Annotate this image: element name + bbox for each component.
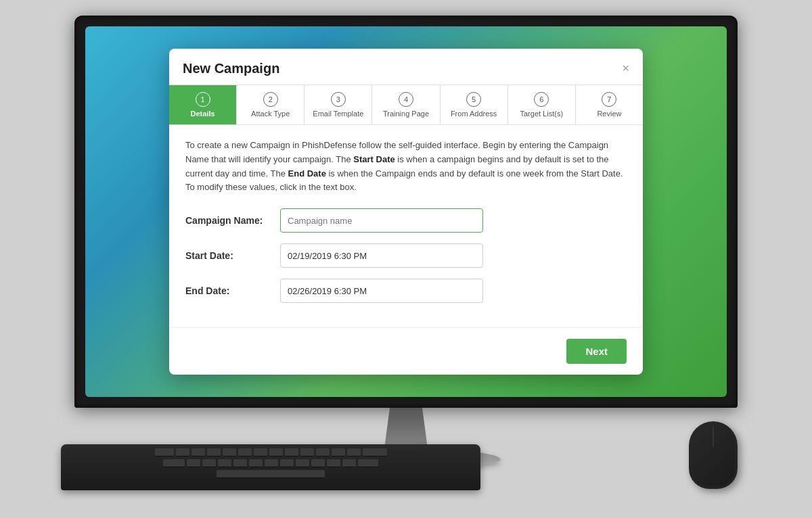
modal-footer: Next <box>169 327 643 375</box>
end-date-input[interactable] <box>280 279 483 303</box>
key <box>347 448 361 456</box>
key <box>280 459 294 467</box>
step-5-label: From Address <box>451 110 497 118</box>
key <box>249 459 263 467</box>
key <box>223 448 236 456</box>
start-date-input[interactable] <box>280 243 483 268</box>
key <box>358 459 378 467</box>
step-4-number: 4 <box>399 92 413 107</box>
step-target-lists[interactable]: 6 Target List(s) <box>508 85 576 124</box>
start-date-label: Start Date: <box>185 250 280 261</box>
key <box>163 459 185 467</box>
campaign-name-input[interactable] <box>280 208 483 233</box>
modal-body: To create a new Campaign in PhishDefense… <box>169 125 643 327</box>
key <box>238 448 252 456</box>
key <box>191 448 205 456</box>
step-from-address[interactable]: 5 From Address <box>441 85 508 124</box>
description-text: To create a new Campaign in PhishDefense… <box>185 139 627 195</box>
key <box>269 448 283 456</box>
step-email-template[interactable]: 3 Email Template <box>304 85 372 124</box>
step-5-number: 5 <box>466 92 481 107</box>
end-date-row: End Date: <box>185 279 627 303</box>
step-6-number: 6 <box>534 92 549 107</box>
key <box>332 448 345 456</box>
end-date-label: End Date: <box>185 285 280 296</box>
key <box>207 448 221 456</box>
spacebar-key <box>217 470 325 478</box>
step-attack-type[interactable]: 2 Attack Type <box>237 85 304 124</box>
modal-close-button[interactable]: × <box>622 62 629 74</box>
monitor: New Campaign × 1 Details 2 Attack Type 3 <box>34 16 778 502</box>
monitor-screen: New Campaign × 1 Details 2 Attack Type 3 <box>85 26 727 397</box>
step-4-label: Training Page <box>383 110 429 118</box>
key <box>233 459 247 467</box>
step-review[interactable]: 7 Review <box>576 85 643 124</box>
key <box>342 459 356 467</box>
mouse <box>689 421 738 489</box>
keyboard <box>61 444 480 490</box>
key <box>363 448 387 456</box>
campaign-name-label: Campaign Name: <box>185 215 280 226</box>
start-date-row: Start Date: <box>185 243 627 268</box>
modal-header: New Campaign × <box>169 49 643 85</box>
key <box>285 448 298 456</box>
key <box>316 448 330 456</box>
key <box>311 459 325 467</box>
key <box>300 448 314 456</box>
key <box>327 459 340 467</box>
key <box>202 459 216 467</box>
key <box>187 459 200 467</box>
monitor-stand-neck <box>379 408 433 448</box>
step-3-number: 3 <box>331 92 346 107</box>
step-1-number: 1 <box>196 92 210 107</box>
key <box>296 459 309 467</box>
campaign-name-row: Campaign Name: <box>185 208 627 233</box>
next-button[interactable]: Next <box>566 339 627 364</box>
new-campaign-modal: New Campaign × 1 Details 2 Attack Type 3 <box>169 49 643 375</box>
steps-bar: 1 Details 2 Attack Type 3 Email Template… <box>169 85 643 125</box>
key <box>155 448 174 456</box>
step-3-label: Email Template <box>313 110 363 118</box>
step-7-number: 7 <box>602 92 616 107</box>
screen-bezel: New Campaign × 1 Details 2 Attack Type 3 <box>74 16 738 408</box>
step-training-page[interactable]: 4 Training Page <box>372 85 440 124</box>
step-6-label: Target List(s) <box>520 110 563 118</box>
key <box>265 459 278 467</box>
step-2-number: 2 <box>263 92 278 107</box>
key <box>254 448 267 456</box>
key <box>176 448 189 456</box>
step-2-label: Attack Type <box>251 110 290 118</box>
step-7-label: Review <box>597 110 621 118</box>
step-1-label: Details <box>191 110 215 118</box>
step-details[interactable]: 1 Details <box>169 85 237 124</box>
modal-title: New Campaign <box>183 61 279 76</box>
key <box>218 459 231 467</box>
